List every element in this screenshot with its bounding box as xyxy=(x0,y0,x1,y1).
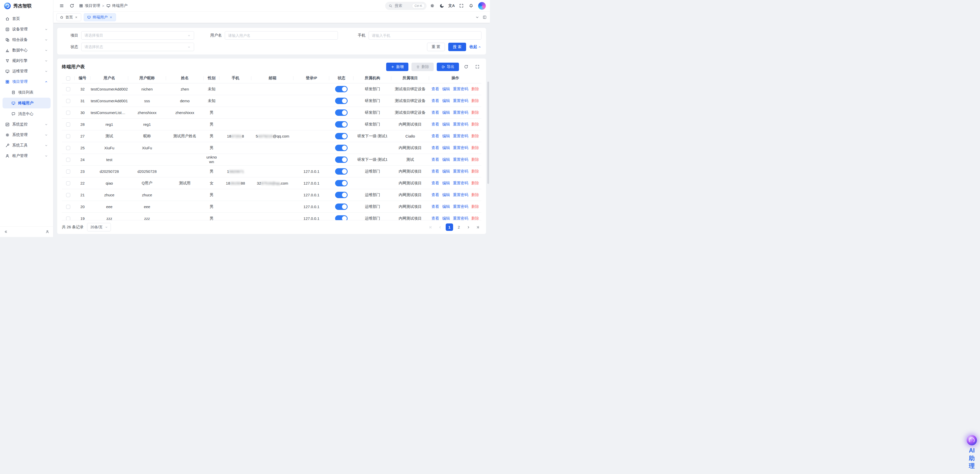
reset-button[interactable]: 重 置 xyxy=(427,43,445,51)
column-actions[interactable]: 操作 xyxy=(429,73,482,83)
action-view[interactable]: 查看 xyxy=(432,216,439,220)
row-checkbox[interactable] xyxy=(66,158,70,162)
action-edit[interactable]: 编辑 xyxy=(442,99,450,103)
action-reset-password[interactable]: 重置密码 xyxy=(453,122,468,126)
action-reset-password[interactable]: 重置密码 xyxy=(453,181,468,185)
sidebar-item-tenant-management[interactable]: 租户管理 xyxy=(3,151,51,161)
action-view[interactable]: 查看 xyxy=(432,145,439,150)
sidebar-item-rule-engine[interactable]: 规则引擎 xyxy=(3,56,51,66)
action-edit[interactable]: 编辑 xyxy=(442,204,450,209)
status-toggle[interactable] xyxy=(335,98,348,104)
row-checkbox[interactable] xyxy=(66,169,70,174)
action-view[interactable]: 查看 xyxy=(432,204,439,209)
status-toggle[interactable] xyxy=(335,145,348,151)
action-delete[interactable]: 删除 xyxy=(471,204,479,209)
refresh-table-button[interactable] xyxy=(462,63,470,71)
sidebar-user-icon[interactable] xyxy=(45,230,49,234)
sidebar-item-system-monitor[interactable]: 系统监控 xyxy=(3,119,51,129)
column-gender[interactable]: 性别 xyxy=(204,73,220,83)
close-icon[interactable] xyxy=(109,16,113,19)
action-delete[interactable]: 删除 xyxy=(471,110,479,115)
page-size-select[interactable]: 20条/页 xyxy=(87,223,111,231)
user-avatar[interactable] xyxy=(478,2,486,10)
breadcrumb-project-management[interactable]: 项目管理 xyxy=(79,3,100,8)
collapse-filter-link[interactable]: 收起 xyxy=(469,45,482,49)
action-reset-password[interactable]: 重置密码 xyxy=(453,193,468,197)
column-org[interactable]: 所属机构 xyxy=(353,73,391,83)
refresh-page-button[interactable] xyxy=(68,2,76,10)
status-toggle[interactable] xyxy=(335,109,348,116)
add-button[interactable]: 新增 xyxy=(386,63,409,71)
action-view[interactable]: 查看 xyxy=(432,110,439,115)
sidebar-item-end-users[interactable]: 终端用户 xyxy=(3,98,51,109)
status-toggle[interactable] xyxy=(335,192,348,198)
action-edit[interactable]: 编辑 xyxy=(442,169,450,173)
row-checkbox[interactable] xyxy=(66,134,70,138)
sidebar-item-data-center[interactable]: 数据中心 xyxy=(3,45,51,56)
action-delete[interactable]: 删除 xyxy=(471,193,479,197)
action-reset-password[interactable]: 重置密码 xyxy=(453,110,468,115)
fullscreen-button[interactable] xyxy=(457,2,465,10)
action-edit[interactable]: 编辑 xyxy=(442,145,450,150)
action-edit[interactable]: 编辑 xyxy=(442,110,450,115)
action-edit[interactable]: 编辑 xyxy=(442,181,450,185)
status-toggle[interactable] xyxy=(335,86,348,92)
global-search-input[interactable]: 搜索 Ctrl K xyxy=(385,2,426,10)
action-reset-password[interactable]: 重置密码 xyxy=(453,145,468,150)
action-reset-password[interactable]: 重置密码 xyxy=(453,204,468,209)
prev-page-button[interactable] xyxy=(436,223,444,231)
column-status[interactable]: 状态 xyxy=(329,73,353,83)
settings-button[interactable] xyxy=(428,2,436,10)
tabs-dropdown-icon[interactable] xyxy=(475,15,479,19)
filter-phone-input[interactable] xyxy=(369,31,482,40)
sidebar-item-system-management[interactable]: 系统管理 xyxy=(3,129,51,140)
action-delete[interactable]: 删除 xyxy=(471,134,479,138)
sidebar-item-composite-device[interactable]: 组合设备 xyxy=(3,35,51,45)
first-page-button[interactable] xyxy=(427,223,434,231)
tab-home[interactable]: 首页 xyxy=(56,13,81,21)
column-nickname[interactable]: 用户昵称 xyxy=(128,73,166,83)
filter-project-select[interactable]: 请选择项目 xyxy=(81,31,194,40)
column-phone[interactable]: 手机 xyxy=(220,73,251,83)
language-button[interactable]: 文A xyxy=(447,2,456,10)
row-checkbox[interactable] xyxy=(66,111,70,115)
status-toggle[interactable] xyxy=(335,133,348,139)
filter-username-input[interactable] xyxy=(225,31,338,40)
page-1[interactable]: 1 xyxy=(446,223,453,231)
action-delete[interactable]: 删除 xyxy=(471,181,479,185)
action-view[interactable]: 查看 xyxy=(432,193,439,197)
layout-icon[interactable] xyxy=(482,15,487,19)
status-toggle[interactable] xyxy=(335,180,348,187)
sidebar-item-system-tools[interactable]: 系统工具 xyxy=(3,140,51,151)
action-delete[interactable]: 删除 xyxy=(471,99,479,103)
action-view[interactable]: 查看 xyxy=(432,181,439,185)
last-page-button[interactable] xyxy=(474,223,482,231)
action-reset-password[interactable]: 重置密码 xyxy=(453,169,468,173)
sidebar-collapse-icon[interactable] xyxy=(3,230,8,234)
menu-toggle-button[interactable] xyxy=(57,2,66,10)
action-delete[interactable]: 删除 xyxy=(471,122,479,126)
action-delete[interactable]: 删除 xyxy=(471,145,479,150)
sidebar-item-device-management[interactable]: 设备管理 xyxy=(3,24,51,35)
table-scrollbar[interactable] xyxy=(487,81,489,184)
action-delete[interactable]: 删除 xyxy=(471,169,479,173)
action-reset-password[interactable]: 重置密码 xyxy=(453,99,468,103)
action-edit[interactable]: 编辑 xyxy=(442,87,450,91)
sidebar-item-message-center[interactable]: 消息中心 xyxy=(3,109,51,119)
row-checkbox[interactable] xyxy=(66,205,70,209)
row-checkbox[interactable] xyxy=(66,146,70,150)
action-edit[interactable]: 编辑 xyxy=(442,157,450,161)
action-reset-password[interactable]: 重置密码 xyxy=(453,134,468,138)
export-button[interactable]: 导出 xyxy=(437,63,459,71)
action-reset-password[interactable]: 重置密码 xyxy=(453,157,468,161)
delete-button[interactable]: 删除 xyxy=(412,63,434,71)
action-view[interactable]: 查看 xyxy=(432,87,439,91)
filter-status-select[interactable]: 请选择状态 xyxy=(81,43,194,51)
row-checkbox[interactable] xyxy=(66,87,70,91)
status-toggle[interactable] xyxy=(335,156,348,163)
sidebar-item-home[interactable]: 首页 xyxy=(3,14,51,24)
column-project[interactable]: 所属项目 xyxy=(391,73,429,83)
row-checkbox[interactable] xyxy=(66,99,70,103)
close-icon[interactable] xyxy=(75,16,78,19)
action-edit[interactable]: 编辑 xyxy=(442,134,450,138)
